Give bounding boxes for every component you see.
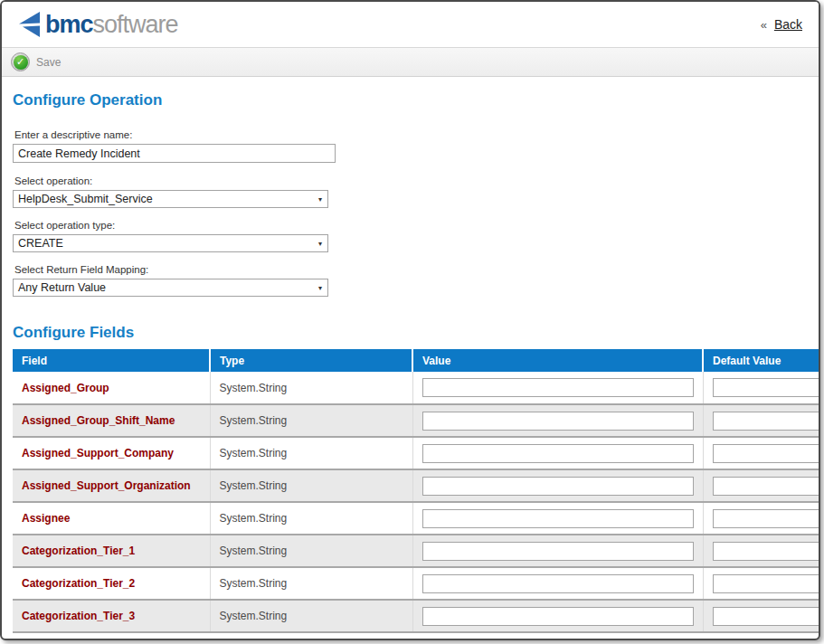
field-type-cell: System.String [210,372,412,404]
bmc-chevron-icon [14,11,42,38]
field-value-cell [412,437,703,469]
value-input[interactable] [422,412,694,431]
field-type-cell: System.String [210,600,412,632]
bmc-logo: bmcsoftware [14,11,178,39]
operation-select-value: HelpDesk_Submit_Service [18,193,153,205]
field-name-cell: Categorization_Tier_2 [13,567,210,600]
default-value-input[interactable] [713,444,821,463]
dropdown-caret-icon: ▾ [318,240,322,248]
field-name-cell: Assigned_Support_Organization [13,469,210,502]
value-input[interactable] [422,574,694,593]
table-row: Categorization_Tier_3 System.String [13,600,820,632]
field-name-cell: Assigned_Support_Company [13,437,210,469]
field-type-cell: System.String [210,535,412,567]
column-header-field: Field [13,349,210,372]
value-input[interactable] [422,444,694,463]
column-header-default: Default Value [703,349,820,372]
default-value-input[interactable] [713,412,821,431]
logo-text: bmcsoftware [45,11,178,39]
operation-type-select-value: CREATE [18,237,63,250]
fields-section-title: Configure Fields [13,324,819,342]
field-value-cell [412,469,703,502]
field-name-cell: Assigned_Group_Shift_Name [13,404,210,437]
field-default-cell [703,469,820,502]
default-value-input[interactable] [713,607,821,626]
value-input[interactable] [422,607,694,626]
page-title: Configure Operation [13,91,819,109]
operation-type-label: Select operation type: [14,220,819,231]
table-row: Assigned_Group_Shift_Name System.String [13,404,820,437]
field-default-cell [703,567,820,600]
field-type-cell: System.String [210,469,412,502]
descriptive-name-input[interactable] [13,144,336,163]
field-type-cell: System.String [210,404,412,437]
field-default-cell [703,437,820,469]
back-area: « Back [761,17,802,32]
column-header-value: Value [412,349,703,372]
return-mapping-label: Select Return Field Mapping: [14,264,819,275]
back-link[interactable]: Back [774,17,802,32]
field-default-cell [703,535,820,567]
save-button[interactable]: ✓ Save [11,52,61,71]
logo-bmc: bmc [45,11,93,38]
field-type-cell: System.String [210,567,412,600]
field-value-cell [412,600,703,632]
field-value-cell [412,404,703,437]
field-value-cell [412,372,703,404]
field-default-cell [703,502,820,535]
field-name-cell: Categorization_Tier_3 [13,600,210,632]
app-window: bmcsoftware « Back ✓ Save Configure Oper… [0,0,820,640]
name-label: Enter a descriptive name: [14,129,819,140]
default-value-input[interactable] [713,574,821,593]
table-row: Categorization_Tier_2 System.String [13,567,820,600]
fields-table-header-row: Field Type Value Default Value [13,349,820,372]
value-input[interactable] [422,477,694,496]
field-value-cell [412,502,703,535]
field-name-cell: Assigned_Group [13,372,210,404]
field-default-cell [703,600,820,632]
return-mapping-select-value: Any Return Value [18,281,106,294]
value-input[interactable] [422,378,694,397]
table-row: Assigned_Support_Organization System.Str… [13,469,820,502]
content: Configure Operation Enter a descriptive … [2,77,819,633]
dropdown-caret-icon: ▾ [318,195,322,204]
table-row: Assignee System.String [13,502,820,535]
field-value-cell [412,567,703,600]
field-type-cell: System.String [210,502,412,535]
fields-table: Field Type Value Default Value Assigned_… [13,349,820,633]
back-chevron-icon: « [761,18,767,32]
value-input[interactable] [422,542,694,561]
field-type-cell: System.String [210,437,412,469]
dropdown-caret-icon: ▾ [318,284,322,292]
value-input[interactable] [422,509,694,528]
field-default-cell [703,372,820,404]
operation-select[interactable]: HelpDesk_Submit_Service ▾ [13,190,328,208]
header: bmcsoftware « Back [2,2,819,48]
save-button-label: Save [36,56,61,69]
field-name-cell: Categorization_Tier_1 [13,535,210,567]
field-default-cell [703,404,820,437]
logo-software: software [93,11,178,38]
table-row: Categorization_Tier_1 System.String [13,535,820,567]
operation-label: Select operation: [14,175,819,186]
table-row: Assigned_Support_Company System.String [13,437,820,469]
column-header-type: Type [210,349,412,372]
default-value-input[interactable] [713,542,821,561]
field-name-cell: Assignee [13,502,210,535]
return-mapping-select[interactable]: Any Return Value ▾ [13,279,328,297]
table-row: Assigned_Group System.String [13,372,820,404]
save-check-icon: ✓ [11,52,30,71]
field-value-cell [412,535,703,567]
default-value-input[interactable] [713,509,821,528]
toolbar: ✓ Save [2,48,819,77]
default-value-input[interactable] [713,378,821,397]
default-value-input[interactable] [713,477,821,496]
operation-type-select[interactable]: CREATE ▾ [13,234,328,252]
